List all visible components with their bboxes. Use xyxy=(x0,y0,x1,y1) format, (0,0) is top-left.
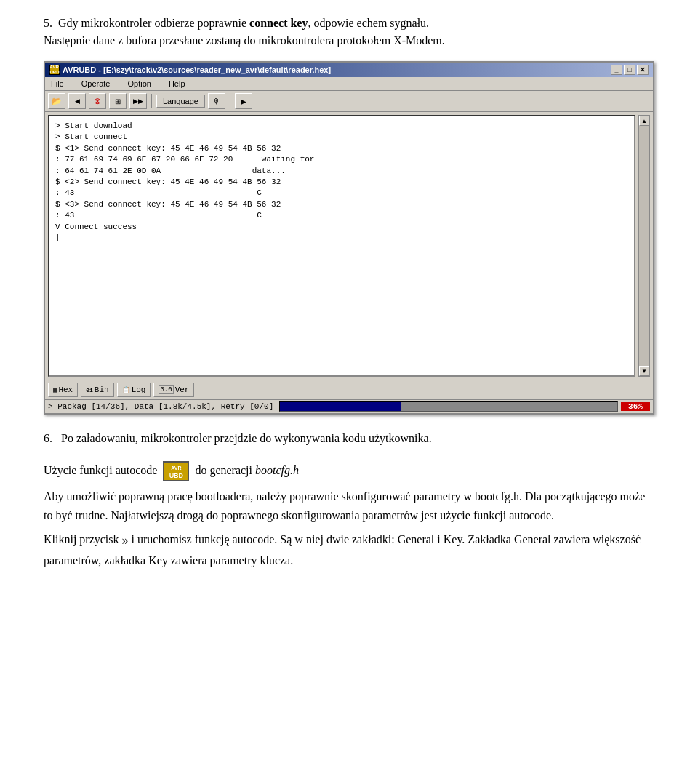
toolbar-grid-button[interactable]: ⊞ xyxy=(109,93,127,109)
toolbar-stop-button[interactable]: ⊗ xyxy=(89,93,106,109)
terminal-line: $ <2> Send connect key: 45 4E 46 49 54 4… xyxy=(55,177,628,188)
intro-paragraph: 5. Gdy mikrokontroler odbierze poprawnie… xyxy=(44,15,654,49)
body-para2: Kliknij przycisk » i uruchomisz funkcję … xyxy=(44,530,654,569)
avrubd-window: AVRUBD AVRUBD - [E:\szy\track\v2\sources… xyxy=(44,61,654,415)
terminal-line: : 77 61 69 74 69 6E 67 20 66 6F 72 20 wa… xyxy=(55,154,628,165)
hex-icon: ▦ xyxy=(53,386,57,394)
bin-button[interactable]: 01 Bin xyxy=(81,383,113,397)
scroll-up-button[interactable]: ▲ xyxy=(639,116,649,126)
window-main: > Start download > Start connect $ <1> S… xyxy=(45,112,653,380)
double-arrow-icon: » xyxy=(122,530,129,551)
toolbar-separator2 xyxy=(230,94,230,108)
log-label: Log xyxy=(132,385,146,394)
scroll-down-button[interactable]: ▼ xyxy=(639,366,649,376)
avr-icon: AVRUBD xyxy=(163,461,189,481)
menu-bar: File Operate Option Help xyxy=(45,77,653,91)
autocode-prefix: Użycie funkcji autocode xyxy=(44,464,160,476)
intro-line1: 5. Gdy mikrokontroler odbierze poprawnie… xyxy=(44,17,429,29)
progress-container: 36% xyxy=(279,401,650,412)
mic-icon: 🎙 xyxy=(213,97,220,105)
window-titlebar: AVRUBD AVRUBD - [E:\szy\track\v2\sources… xyxy=(45,63,653,77)
progress-percent: 36% xyxy=(621,402,650,411)
progress-bar-fill xyxy=(280,402,401,411)
menu-option[interactable]: Option xyxy=(124,79,153,89)
terminal-cursor: | xyxy=(55,233,628,244)
app-icon: AVRUBD xyxy=(49,65,60,75)
menu-file[interactable]: File xyxy=(48,79,67,89)
toolbar-mic-button[interactable]: 🎙 xyxy=(208,93,225,109)
log-button[interactable]: 📋 Log xyxy=(117,383,151,397)
terminal-line: : 64 61 74 61 2E 0D 0A data... xyxy=(55,166,628,177)
autocode-suffix: do generacji xyxy=(195,464,255,476)
terminal-line: : 43 C xyxy=(55,210,628,221)
scroll-track[interactable] xyxy=(639,126,649,366)
progress-bar xyxy=(279,401,618,412)
toolbar-settings-button[interactable]: ▶ xyxy=(235,93,252,109)
terminal-line: $ <3> Send connect key: 45 4E 46 49 54 4… xyxy=(55,199,628,210)
para2-prefix: Kliknij przycisk xyxy=(44,533,122,545)
section-6: 6. Po załadowaniu, mikrokontroler przejd… xyxy=(44,429,654,448)
para2-suffix: i uruchomisz funkcję autocode. Są w niej… xyxy=(44,533,641,567)
terminal-line: > Start download xyxy=(55,121,628,132)
settings-icon: ▶ xyxy=(241,97,246,105)
grid-icon: ⊞ xyxy=(115,97,121,105)
close-button[interactable]: ✕ xyxy=(637,65,649,75)
log-icon: 📋 xyxy=(122,386,130,394)
titlebar-left: AVRUBD AVRUBD - [E:\szy\track\v2\sources… xyxy=(49,65,331,75)
toolbar-separator xyxy=(151,94,152,108)
connect-key-bold: connect key xyxy=(249,17,308,29)
section-6-text: 6. Po załadowaniu, mikrokontroler przejd… xyxy=(44,429,654,448)
ver-label: Ver xyxy=(175,385,190,394)
hex-label: Hex xyxy=(58,385,73,394)
terminal-output: > Start download > Start connect $ <1> S… xyxy=(48,115,635,377)
forward-icon: ▶▶ xyxy=(133,97,143,105)
bin-label: Bin xyxy=(95,385,109,394)
toolbar-open-button[interactable]: 📂 xyxy=(48,93,65,109)
ver-icon: 3.0 xyxy=(159,385,173,394)
toolbar-forward-button[interactable]: ▶▶ xyxy=(129,93,147,109)
toolbar-back-button[interactable]: ◀ xyxy=(68,93,86,109)
stop-icon: ⊗ xyxy=(94,96,101,106)
bootcfg-italic: bootcfg.h xyxy=(255,464,299,476)
autocode-heading: Użycie funkcji autocode AVRUBD do genera… xyxy=(44,461,654,481)
hex-button[interactable]: ▦ Hex xyxy=(48,383,78,397)
window-controls[interactable]: _ □ ✕ xyxy=(611,65,649,75)
terminal-line: V Connect success xyxy=(55,222,628,233)
back-icon: ◀ xyxy=(75,97,80,105)
minimize-button[interactable]: _ xyxy=(611,65,622,75)
window-title: AVRUBD - [E:\szy\track\v2\sources\reader… xyxy=(63,65,331,74)
language-label[interactable]: Language xyxy=(156,95,205,108)
status-text: > Packag [14/36], Data [1.8k/4.5k], Retr… xyxy=(48,402,273,411)
maximize-button[interactable]: □ xyxy=(624,65,635,75)
open-icon: 📂 xyxy=(52,97,62,106)
terminal-line: : 43 C xyxy=(55,188,628,199)
menu-operate[interactable]: Operate xyxy=(79,79,113,89)
ver-button[interactable]: 3.0 Ver xyxy=(153,383,194,397)
section-number: 6. xyxy=(44,432,52,444)
body-para1: Aby umożliwić poprawną pracę bootloadera… xyxy=(44,487,654,524)
status-bar: ▦ Hex 01 Bin 📋 Log 3.0 Ver xyxy=(45,380,653,399)
autocode-section: Użycie funkcji autocode AVRUBD do genera… xyxy=(44,461,654,570)
menu-help[interactable]: Help xyxy=(166,79,188,89)
terminal-line: $ <1> Send connect key: 45 4E 46 49 54 4… xyxy=(55,143,628,154)
terminal-line: > Start connect xyxy=(55,132,628,143)
section-6-body: Po załadowaniu, mikrokontroler przejdzie… xyxy=(61,432,432,444)
bottom-status-bar: > Packag [14/36], Data [1.8k/4.5k], Retr… xyxy=(45,399,653,413)
intro-line2: Następnie dane z bufora przesłane zostan… xyxy=(44,34,445,47)
terminal-scrollbar[interactable]: ▲ ▼ xyxy=(638,115,650,377)
bin-icon: 01 xyxy=(86,387,93,393)
toolbar: 📂 ◀ ⊗ ⊞ ▶▶ Language 🎙 ▶ xyxy=(45,91,653,112)
